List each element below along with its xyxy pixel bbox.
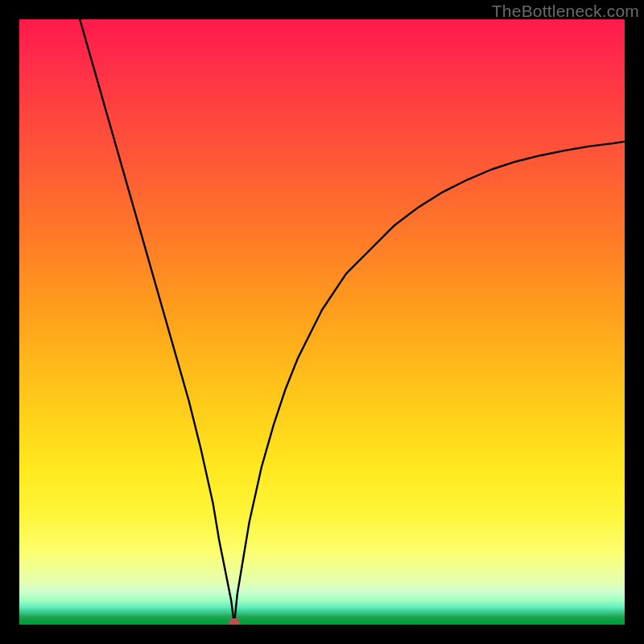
curve-svg [19, 19, 625, 625]
chart-container: TheBottleneck.com [0, 0, 644, 644]
minimum-marker [229, 618, 240, 625]
watermark: TheBottleneck.com [492, 2, 639, 21]
bottleneck-curve [80, 19, 625, 625]
plot-area [19, 19, 625, 625]
